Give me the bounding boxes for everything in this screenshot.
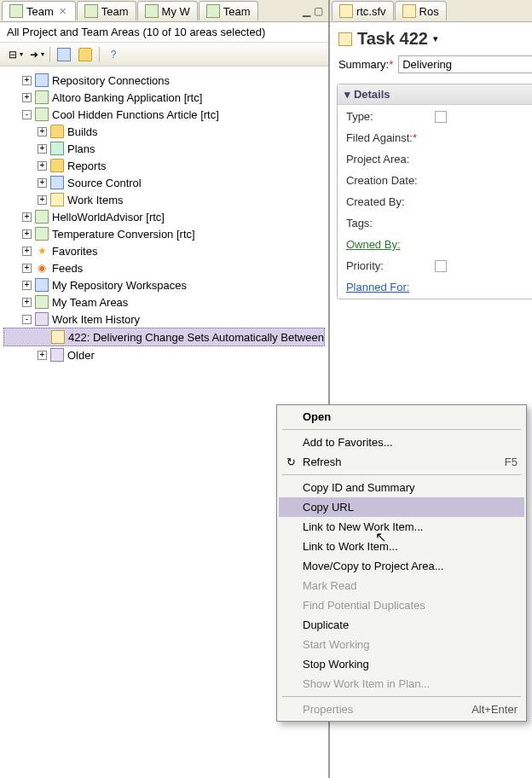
tree-item[interactable]: -Cool Hidden Functions Article [rtc]	[3, 106, 325, 123]
menu-link-to-new-work-item[interactable]: Link to New Work Item...	[279, 517, 524, 537]
expand-toggle[interactable]: -	[22, 315, 32, 324]
tree-item[interactable]: +Repository Connections	[3, 72, 325, 89]
expand-toggle[interactable]: +	[38, 178, 47, 188]
expand-toggle[interactable]: +	[22, 247, 32, 256]
summary-input[interactable]	[398, 55, 532, 73]
left-tab-bar: Team✕TeamMy WTeam ▁ ▢	[0, 0, 328, 22]
menu-move-copy-to-project-area[interactable]: Move/Copy to Project Area...	[279, 556, 524, 576]
field-value-box[interactable]	[435, 260, 447, 272]
right-tab-0[interactable]: rtc.sfv	[332, 1, 394, 20]
field-label: Created By:	[346, 195, 431, 208]
expand-toggle[interactable]: +	[22, 76, 32, 85]
expand-toggle[interactable]: +	[22, 212, 32, 222]
tree-item[interactable]: +Source Control	[3, 174, 325, 191]
menu-open[interactable]: Open	[279, 407, 524, 427]
menu-duplicate[interactable]: Duplicate	[279, 615, 524, 635]
tool-button-1[interactable]	[55, 46, 73, 63]
collapse-icon: ▾	[344, 88, 350, 101]
tree-item[interactable]: +Work Items	[3, 191, 325, 208]
expand-toggle[interactable]: +	[22, 264, 32, 273]
tree-item[interactable]: +Altoro Banking Application [rtc]	[3, 89, 325, 106]
dropdown-icon[interactable]: ▾	[433, 33, 438, 44]
expand-toggle[interactable]: +	[38, 195, 47, 205]
expand-toggle[interactable]: +	[38, 127, 47, 136]
proj-icon	[35, 295, 49, 309]
tree-item[interactable]: +★Favorites	[3, 242, 325, 259]
tree-item[interactable]: +My Repository Workspaces	[3, 276, 325, 293]
tab-label: Team	[26, 5, 54, 18]
expand-toggle[interactable]: +	[38, 144, 47, 154]
tree-item[interactable]: +Temperature Conversion [rtc]	[3, 225, 325, 242]
expand-toggle[interactable]	[38, 333, 48, 342]
field-label: Type:	[346, 110, 431, 123]
team-icon	[145, 4, 159, 18]
field-label: Tags:	[346, 217, 431, 229]
tool-button-2[interactable]	[76, 46, 95, 63]
expand-toggle[interactable]: +	[22, 298, 32, 307]
expand-button[interactable]: ➜▾	[26, 46, 45, 63]
menu-copy-id-and-summary[interactable]: Copy ID and Summary	[279, 478, 524, 497]
context-menu: OpenAdd to Favorites...↻RefreshF5Copy ID…	[276, 404, 527, 722]
help-icon: ?	[107, 48, 120, 61]
tab-team-1[interactable]: Team	[77, 1, 136, 20]
tree-label: Builds	[67, 125, 97, 138]
tab-team-3[interactable]: Team	[199, 1, 258, 20]
right-tab-1[interactable]: Ros	[395, 1, 447, 20]
expand-toggle[interactable]: +	[38, 161, 47, 171]
details-header[interactable]: ▾ Details	[338, 84, 532, 105]
help-button[interactable]: ?	[104, 46, 123, 63]
menu-refresh[interactable]: ↻RefreshF5	[279, 452, 524, 472]
folder-icon	[50, 159, 64, 172]
tree-item[interactable]: -Work Item History	[3, 311, 325, 328]
close-icon[interactable]: ✕	[57, 6, 68, 17]
expand-toggle[interactable]: +	[22, 93, 32, 102]
field-label: Creation Date:	[346, 174, 431, 187]
view-controls: ▁ ▢	[303, 5, 327, 17]
info-bar: All Project and Team Areas (10 of 10 are…	[0, 22, 328, 43]
tree-label: My Repository Workspaces	[52, 279, 187, 292]
tree-label: 422: Delivering Change Sets Automaticall…	[68, 331, 324, 344]
field-value-box[interactable]	[435, 111, 447, 123]
collapse-all-button[interactable]: ⊟▾	[5, 46, 24, 63]
minimize-icon[interactable]: ▁	[303, 5, 310, 17]
arrow-icon: ➜	[27, 48, 41, 61]
menu-label: Open	[303, 410, 331, 423]
tree-item[interactable]: +My Team Areas	[3, 293, 325, 311]
tree-item[interactable]: 422: Delivering Change Sets Automaticall…	[3, 328, 325, 346]
menu-link-to-work-item[interactable]: Link to Work Item...	[279, 537, 524, 556]
menu-label: Copy URL	[303, 501, 354, 514]
tree-item[interactable]: +Reports	[3, 157, 325, 174]
expand-toggle[interactable]: +	[22, 281, 32, 290]
menu-stop-working[interactable]: Stop Working	[279, 654, 524, 674]
menu-label: Start Working	[303, 638, 370, 651]
tree-item[interactable]: +Plans	[3, 140, 325, 157]
tree-item[interactable]: +Older	[3, 346, 325, 363]
field-label[interactable]: Owned By:	[346, 238, 431, 251]
tree-item[interactable]: +HelloWorldAdvisor [rtc]	[3, 208, 325, 225]
tree-label: Temperature Conversion [rtc]	[52, 228, 195, 241]
field-label[interactable]: Planned For:	[346, 281, 431, 293]
tree-label: Cool Hidden Functions Article [rtc]	[52, 108, 219, 121]
expand-toggle[interactable]: +	[22, 229, 32, 239]
menu-shortcut: F5	[505, 456, 518, 468]
field-row: Tags:	[346, 217, 532, 229]
expand-toggle[interactable]: -	[22, 110, 32, 119]
proj-icon	[35, 107, 49, 121]
expand-toggle[interactable]: +	[38, 351, 47, 360]
menu-start-working: Start Working	[279, 635, 524, 654]
menu-label: Properties	[303, 703, 353, 716]
field-row: Filed Against:*	[346, 131, 532, 144]
tab-team-0[interactable]: Team✕	[2, 1, 76, 20]
summary-row: Summary:*	[330, 52, 532, 77]
details-section: ▾ Details Type:Filed Against:*Project Ar…	[337, 84, 532, 299]
hist-icon	[50, 348, 64, 362]
tab-label: Team	[101, 5, 129, 18]
maximize-icon[interactable]: ▢	[314, 5, 323, 17]
tree-item[interactable]: +◉Feeds	[3, 259, 325, 276]
tree-label: Source Control	[67, 177, 142, 189]
tab-my-w-2[interactable]: My W	[137, 1, 198, 20]
tree-item[interactable]: +Builds	[3, 123, 325, 140]
menu-copy-url[interactable]: Copy URL	[279, 497, 524, 517]
menu-add-to-favorites[interactable]: Add to Favorites...	[279, 433, 524, 452]
summary-label: Summary:*	[338, 58, 393, 71]
